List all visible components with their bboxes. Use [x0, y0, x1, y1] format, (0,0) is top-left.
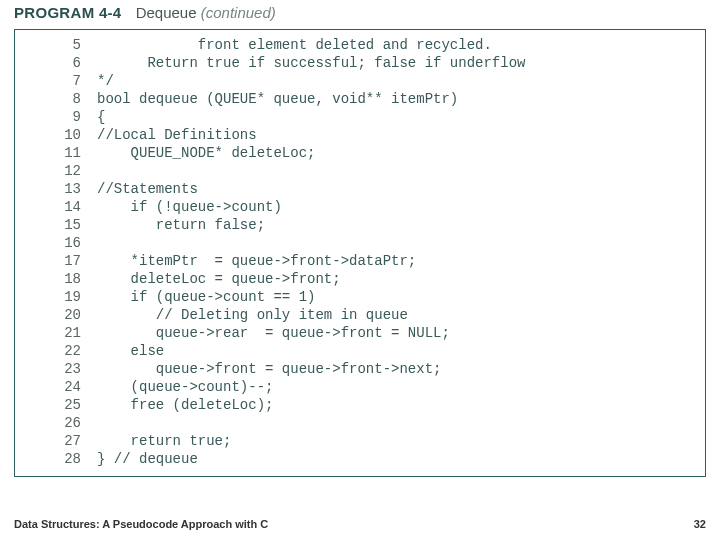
- code-line: (queue->count)--;: [97, 378, 699, 396]
- code-line: [97, 162, 699, 180]
- program-continued: (continued): [201, 4, 276, 21]
- code-line: } // dequeue: [97, 450, 699, 468]
- code-line: QUEUE_NODE* deleteLoc;: [97, 144, 699, 162]
- code-line: deleteLoc = queue->front;: [97, 270, 699, 288]
- program-header: PROGRAM 4-4 Dequeue (continued): [0, 0, 720, 27]
- code-listing-box: 5678910111213141516171819202122232425262…: [14, 29, 706, 477]
- code-line: // Deleting only item in queue: [97, 306, 699, 324]
- code-content: front element deleted and recycled. Retu…: [91, 30, 705, 476]
- code-line: if (queue->count == 1): [97, 288, 699, 306]
- line-number: 10: [15, 126, 81, 144]
- line-number: 13: [15, 180, 81, 198]
- line-number: 12: [15, 162, 81, 180]
- code-line: *itemPtr = queue->front->dataPtr;: [97, 252, 699, 270]
- line-number: 5: [15, 36, 81, 54]
- code-line: */: [97, 72, 699, 90]
- line-number: 19: [15, 288, 81, 306]
- line-number: 14: [15, 198, 81, 216]
- code-line: queue->rear = queue->front = NULL;: [97, 324, 699, 342]
- line-number: 28: [15, 450, 81, 468]
- code-line: [97, 234, 699, 252]
- code-line: front element deleted and recycled.: [97, 36, 699, 54]
- line-number: 23: [15, 360, 81, 378]
- page-number: 32: [694, 518, 706, 530]
- line-number: 25: [15, 396, 81, 414]
- line-number: 8: [15, 90, 81, 108]
- book-title: Data Structures: A Pseudocode Approach w…: [14, 518, 268, 530]
- line-number: 26: [15, 414, 81, 432]
- code-line: Return true if successful; false if unde…: [97, 54, 699, 72]
- code-line: return true;: [97, 432, 699, 450]
- code-line: if (!queue->count): [97, 198, 699, 216]
- line-number: 11: [15, 144, 81, 162]
- code-line: [97, 414, 699, 432]
- line-number: 17: [15, 252, 81, 270]
- line-number: 27: [15, 432, 81, 450]
- code-line: else: [97, 342, 699, 360]
- line-number: 9: [15, 108, 81, 126]
- line-number: 22: [15, 342, 81, 360]
- line-number: 6: [15, 54, 81, 72]
- code-line: free (deleteLoc);: [97, 396, 699, 414]
- page-footer: Data Structures: A Pseudocode Approach w…: [14, 518, 706, 530]
- program-label: PROGRAM 4-4: [14, 4, 121, 21]
- line-number: 15: [15, 216, 81, 234]
- line-number: 21: [15, 324, 81, 342]
- code-line: //Statements: [97, 180, 699, 198]
- code-line: {: [97, 108, 699, 126]
- line-number: 16: [15, 234, 81, 252]
- code-line: queue->front = queue->front->next;: [97, 360, 699, 378]
- code-line: return false;: [97, 216, 699, 234]
- program-title: Dequeue (continued): [136, 4, 276, 21]
- line-number: 24: [15, 378, 81, 396]
- line-number-gutter: 5678910111213141516171819202122232425262…: [15, 30, 91, 476]
- program-title-text: Dequeue: [136, 4, 197, 21]
- code-line: bool dequeue (QUEUE* queue, void** itemP…: [97, 90, 699, 108]
- line-number: 20: [15, 306, 81, 324]
- line-number: 18: [15, 270, 81, 288]
- line-number: 7: [15, 72, 81, 90]
- code-line: //Local Definitions: [97, 126, 699, 144]
